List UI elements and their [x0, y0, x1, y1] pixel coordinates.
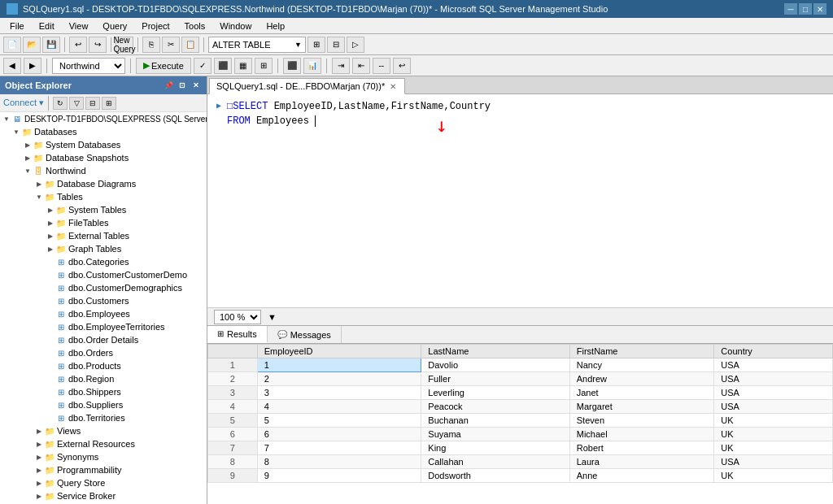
toolbar-btn-extra1[interactable]: ⊞: [307, 37, 325, 53]
include-actual-plan[interactable]: ⬛: [283, 58, 301, 74]
tree-views[interactable]: ▶ 📁 Views: [0, 424, 207, 437]
table-row[interactable]: 55BuchananStevenUK: [208, 414, 833, 428]
toolbar-btn-extra2[interactable]: ⊟: [327, 37, 345, 53]
table-cell[interactable]: Andrew: [569, 372, 714, 386]
table-cell[interactable]: 5: [257, 414, 421, 428]
menu-window[interactable]: Window: [213, 20, 258, 33]
table-cell[interactable]: 9: [257, 469, 421, 483]
forward-button[interactable]: ▶: [24, 58, 41, 74]
toolbar-btn-extra3[interactable]: ▷: [347, 37, 364, 53]
table-cell[interactable]: Robert: [569, 441, 714, 455]
tree-db-diagrams[interactable]: ▶ 📁 Database Diagrams: [0, 177, 207, 190]
messages-tab[interactable]: 💬 Messages: [268, 326, 342, 343]
include-stats[interactable]: 📊: [303, 58, 321, 74]
tree-snapshots[interactable]: ▶ 📁 Database Snapshots: [0, 151, 207, 164]
table-row[interactable]: 22FullerAndrewUSA: [208, 372, 833, 386]
close-button[interactable]: ✕: [813, 3, 826, 15]
tree-customerdemographics[interactable]: ▶ ⊞ dbo.CustomerDemographics: [0, 281, 207, 294]
table-cell[interactable]: Suyama: [421, 428, 569, 441]
menu-query[interactable]: Query: [96, 20, 133, 33]
tree-products[interactable]: ▶ ⊞ dbo.Products: [0, 359, 207, 372]
zoom-dropdown[interactable]: 100 %: [214, 310, 261, 324]
new-file-button[interactable]: 📄: [3, 37, 21, 53]
outdent-button[interactable]: ⇤: [352, 58, 370, 74]
menu-edit[interactable]: Edit: [33, 20, 61, 33]
execute-button[interactable]: ▶ Execute: [136, 58, 191, 74]
table-cell[interactable]: UK: [714, 441, 833, 455]
results-button[interactable]: ▦: [234, 58, 252, 74]
tree-synonyms[interactable]: ▶ 📁 Synonyms: [0, 450, 207, 463]
tree-northwind[interactable]: ▼ 🗄 Northwind: [0, 164, 207, 177]
col-header-firstname[interactable]: FirstName: [569, 345, 714, 358]
uncomment-button[interactable]: ↩: [393, 58, 411, 74]
menu-tools[interactable]: Tools: [178, 20, 212, 33]
indent-button[interactable]: ⇥: [332, 58, 350, 74]
table-cell[interactable]: 7: [257, 441, 421, 455]
tree-orderdetails[interactable]: ▶ ⊞ dbo.Order Details: [0, 333, 207, 346]
table-row[interactable]: 77KingRobertUK: [208, 441, 833, 455]
table-cell[interactable]: Anne: [569, 469, 714, 483]
undo-button[interactable]: ↩: [69, 37, 87, 53]
tree-server-node[interactable]: ▼ 🖥 DESKTOP-TD1FBDO\SQLEXPRESS (SQL Serv…: [0, 112, 207, 125]
comment-button[interactable]: --: [373, 58, 390, 74]
table-cell[interactable]: 3: [257, 386, 421, 400]
table-cell[interactable]: Buchanan: [421, 414, 569, 428]
col-header-employeeid[interactable]: EmployeeID: [257, 345, 421, 358]
tree-system-dbs[interactable]: ▶ 📁 System Databases: [0, 138, 207, 151]
table-row[interactable]: 33LeverlingJanetUSA: [208, 386, 833, 400]
menu-file[interactable]: File: [3, 20, 31, 33]
table-cell[interactable]: Dodsworth: [421, 469, 569, 483]
tree-customers[interactable]: ▶ ⊞ dbo.Customers: [0, 294, 207, 307]
copy-button[interactable]: ⎘: [142, 37, 160, 53]
table-cell[interactable]: Peacock: [421, 400, 569, 414]
database-dropdown[interactable]: Northwind: [52, 58, 125, 74]
table-cell[interactable]: Leverling: [421, 386, 569, 400]
cut-button[interactable]: ✂: [162, 37, 180, 53]
results-table-container[interactable]: EmployeeID LastName FirstName Country 11…: [207, 344, 833, 504]
maximize-button[interactable]: □: [799, 3, 812, 15]
tree-programmability[interactable]: ▶ 📁 Programmability: [0, 463, 207, 476]
tree-suppliers[interactable]: ▶ ⊞ dbo.Suppliers: [0, 398, 207, 411]
panel-close-button[interactable]: ✕: [190, 80, 202, 91]
alter-table-dropdown[interactable]: ALTER TABLE ▼: [208, 37, 306, 53]
table-cell[interactable]: USA: [714, 358, 833, 372]
table-row[interactable]: 11DavolioNancyUSA: [208, 358, 833, 372]
menu-help[interactable]: Help: [259, 20, 291, 33]
expand-button[interactable]: ⊞: [102, 97, 116, 110]
collapse-button[interactable]: ⊟: [85, 97, 100, 110]
table-cell[interactable]: Laura: [569, 455, 714, 469]
sql-query-tab[interactable]: SQLQuery1.sql - DE...FBDO\Marjan (70))* …: [209, 78, 405, 94]
table-cell[interactable]: Michael: [569, 428, 714, 441]
results-tab[interactable]: ⊞ Results: [207, 326, 268, 343]
table-cell[interactable]: 6: [257, 428, 421, 441]
table-cell[interactable]: 4: [257, 400, 421, 414]
code-editor[interactable]: ▶ □SELECT EmployeeID,LastName,FirstName,…: [207, 94, 833, 307]
tree-shippers[interactable]: ▶ ⊞ dbo.Shippers: [0, 385, 207, 398]
table-cell[interactable]: King: [421, 441, 569, 455]
table-cell[interactable]: 8: [257, 455, 421, 469]
tree-query-store[interactable]: ▶ 📁 Query Store: [0, 476, 207, 489]
tree-employees[interactable]: ▶ ⊞ dbo.Employees: [0, 307, 207, 320]
table-cell[interactable]: Fuller: [421, 372, 569, 386]
filter-button[interactable]: ▽: [69, 97, 84, 110]
paste-button[interactable]: 📋: [181, 37, 199, 53]
table-cell[interactable]: UK: [714, 428, 833, 441]
tree-external-tables[interactable]: ▶ 📁 External Tables: [0, 229, 207, 242]
table-cell[interactable]: Davolio: [421, 358, 569, 372]
tree-system-tables[interactable]: ▶ 📁 System Tables: [0, 203, 207, 216]
grid-button[interactable]: ⊞: [255, 58, 273, 74]
parse-button[interactable]: ✓: [194, 58, 212, 74]
tree-territories[interactable]: ▶ ⊞ dbo.Territories: [0, 411, 207, 424]
table-row[interactable]: 66SuyamaMichaelUK: [208, 428, 833, 441]
table-cell[interactable]: 2: [257, 372, 421, 386]
minimize-button[interactable]: ─: [784, 3, 797, 15]
save-button[interactable]: 💾: [42, 37, 60, 53]
tab-close-button[interactable]: ✕: [388, 81, 398, 91]
new-query-button[interactable]: New Query: [116, 37, 133, 53]
tree-service-broker[interactable]: ▶ 📁 Service Broker: [0, 489, 207, 502]
open-button[interactable]: 📂: [23, 37, 41, 53]
table-row[interactable]: 99DodsworthAnneUK: [208, 469, 833, 483]
debug-button[interactable]: ⬛: [214, 58, 232, 74]
tree-view[interactable]: ▼ 🖥 DESKTOP-TD1FBDO\SQLEXPRESS (SQL Serv…: [0, 112, 207, 504]
panel-float-button[interactable]: ⊡: [177, 80, 188, 91]
